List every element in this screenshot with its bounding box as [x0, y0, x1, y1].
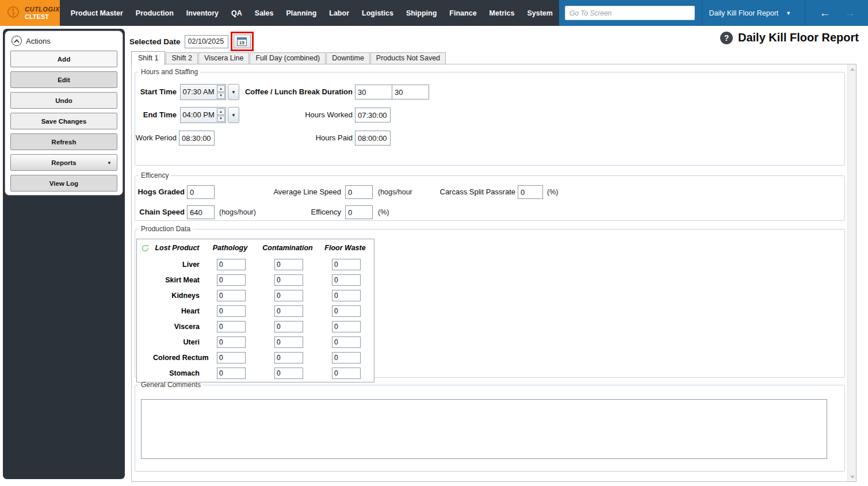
refresh-icon[interactable]: [137, 244, 153, 252]
nav-item-qa[interactable]: QA: [225, 0, 248, 26]
scrollbar-down-button[interactable]: [848, 472, 856, 481]
nav-item-shipping[interactable]: Shipping: [400, 0, 443, 26]
cutlogix-logo-icon: [6, 5, 21, 22]
average-line-speed-input[interactable]: [345, 185, 373, 199]
carcass-split-passrate-input[interactable]: [518, 185, 543, 199]
coffee-break-2-input[interactable]: [392, 85, 429, 100]
hours-paid-input[interactable]: [355, 131, 391, 146]
view-log-button[interactable]: View Log: [10, 175, 117, 192]
carcass-split-passrate-label: Carcass Split Passrate: [406, 185, 515, 199]
floor-waste-input[interactable]: [332, 274, 361, 286]
pathology-input[interactable]: [217, 368, 246, 379]
row-label: Heart: [153, 307, 201, 315]
table-header-row: Lost Product Pathology Contamination Flo…: [137, 239, 374, 257]
row-label: Colored Rectum: [153, 354, 201, 362]
carcass-split-passrate-unit: (%): [547, 185, 558, 199]
chain-speed-input[interactable]: [187, 205, 215, 219]
tab-products-not-saved[interactable]: Products Not Saved: [370, 52, 446, 64]
calendar-button[interactable]: 15: [234, 35, 251, 48]
table-row-kidneys: Kidneys: [137, 288, 374, 303]
refresh-button[interactable]: Refresh: [10, 133, 117, 150]
work-period-input[interactable]: [179, 131, 215, 146]
start-time-down-button[interactable]: ▼: [217, 93, 225, 100]
pathology-input[interactable]: [217, 336, 246, 348]
nav-item-system[interactable]: System: [521, 0, 559, 26]
nav-item-production[interactable]: Production: [129, 0, 180, 26]
end-time-down-button[interactable]: ▼: [217, 116, 225, 123]
tab-downtime[interactable]: Downtime: [326, 52, 370, 64]
nav-item-logistics[interactable]: Logistics: [355, 0, 400, 26]
collapse-actions-button[interactable]: [12, 36, 22, 46]
nav-item-product-master[interactable]: Product Master: [64, 0, 129, 26]
table-row-colored-rectum: Colored Rectum: [137, 350, 374, 365]
chevron-down-icon: ▼: [786, 10, 791, 16]
tab-viscera-line[interactable]: Viscera Line: [198, 52, 250, 64]
pathology-input[interactable]: [217, 305, 246, 317]
end-time-value: 04:00 PM: [181, 108, 216, 123]
efficency-input[interactable]: [345, 205, 373, 219]
forward-button[interactable]: →: [844, 0, 855, 26]
pathology-input[interactable]: [217, 290, 246, 301]
chevron-down-icon: ▼: [107, 160, 112, 165]
hours-worked-input[interactable]: [355, 108, 391, 123]
floor-waste-input[interactable]: [332, 305, 361, 317]
vertical-scrollbar[interactable]: [847, 64, 856, 481]
back-button[interactable]: ←: [820, 0, 831, 26]
save-changes-button[interactable]: Save Changes: [10, 113, 117, 129]
contamination-input[interactable]: [274, 274, 303, 286]
contamination-input[interactable]: [274, 352, 303, 363]
start-time-up-button[interactable]: ▲: [217, 85, 225, 92]
end-time-dropdown-button[interactable]: ▼: [228, 107, 239, 123]
row-label: Kidneys: [153, 292, 201, 300]
nav-item-inventory[interactable]: Inventory: [180, 0, 225, 26]
undo-button[interactable]: Undo: [10, 92, 117, 109]
reports-dropdown-button[interactable]: Reports ▼: [10, 154, 117, 171]
screen-selector-dropdown[interactable]: Daily Kill Floor Report ▼: [702, 9, 798, 17]
contamination-input[interactable]: [274, 321, 303, 332]
coffee-break-1-input[interactable]: [355, 85, 392, 100]
selected-date-input[interactable]: [185, 35, 228, 48]
end-time-up-button[interactable]: ▲: [217, 108, 225, 115]
floor-waste-input[interactable]: [332, 368, 361, 379]
general-comments-textarea[interactable]: [141, 399, 827, 459]
row-label: Skirt Meat: [153, 276, 201, 284]
tab-strip: Shift 1 Shift 2 Viscera Line Full Day (c…: [131, 52, 446, 64]
tab-shift-2[interactable]: Shift 2: [166, 52, 197, 64]
nav-item-labor[interactable]: Labor: [323, 0, 355, 26]
contamination-input[interactable]: [274, 305, 303, 317]
goto-screen-input[interactable]: [565, 6, 695, 20]
add-button[interactable]: Add: [10, 51, 117, 67]
nav-item-planning[interactable]: Planning: [280, 0, 323, 26]
floor-waste-input[interactable]: [332, 336, 361, 348]
hours-worked-label: Hours Worked: [239, 107, 353, 123]
pathology-input[interactable]: [217, 274, 246, 286]
tab-shift-1[interactable]: Shift 1: [131, 51, 165, 65]
contamination-input[interactable]: [274, 259, 303, 270]
brand-block: CUTLOGIX CLTEST: [0, 0, 60, 26]
contamination-input[interactable]: [274, 368, 303, 379]
pathology-input[interactable]: [217, 352, 246, 363]
nav-item-sales[interactable]: Sales: [248, 0, 280, 26]
general-comments-legend: General Comments: [139, 381, 203, 389]
start-time-picker[interactable]: 07:30 AM ▲ ▼ ▼: [180, 84, 239, 100]
row-label: Viscera: [153, 323, 201, 331]
scrollbar-up-button[interactable]: [848, 64, 856, 74]
nav-item-finance[interactable]: Finance: [443, 0, 483, 26]
pathology-input[interactable]: [217, 321, 246, 332]
contamination-input[interactable]: [274, 290, 303, 301]
nav-item-metrics[interactable]: Metrics: [483, 0, 521, 26]
lost-product-table: Lost Product Pathology Contamination Flo…: [136, 239, 374, 382]
tab-full-day-combined[interactable]: Full Day (combined): [250, 52, 326, 64]
help-icon[interactable]: ?: [720, 32, 733, 44]
contamination-input[interactable]: [274, 336, 303, 348]
edit-button[interactable]: Edit: [10, 71, 117, 88]
floor-waste-input[interactable]: [332, 290, 361, 301]
hogs-graded-input[interactable]: [187, 185, 215, 199]
start-time-dropdown-button[interactable]: ▼: [228, 84, 239, 100]
floor-waste-input[interactable]: [332, 352, 361, 363]
floor-waste-input[interactable]: [332, 321, 361, 332]
floor-waste-input[interactable]: [332, 259, 361, 270]
pathology-input[interactable]: [217, 259, 246, 270]
production-data-legend: Production Data: [139, 225, 193, 233]
end-time-picker[interactable]: 04:00 PM ▲ ▼ ▼: [180, 107, 239, 123]
